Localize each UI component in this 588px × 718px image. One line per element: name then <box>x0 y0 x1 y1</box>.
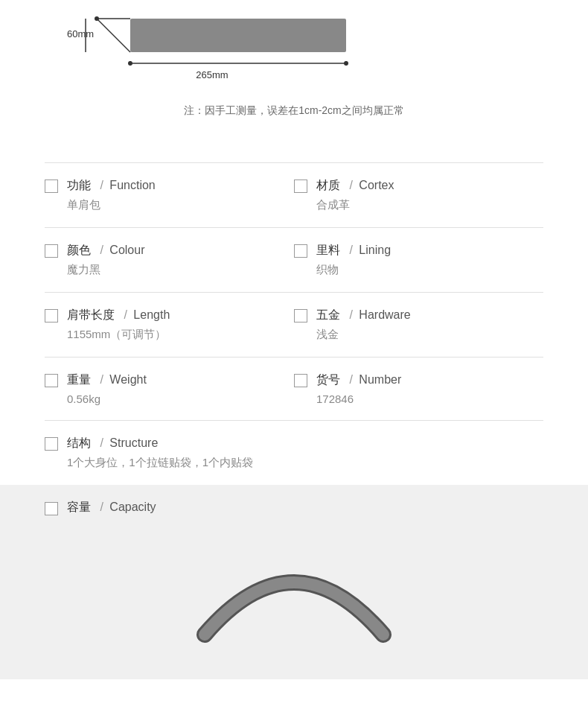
dimension-svg: 60mm 265mm <box>45 15 543 89</box>
spec-lining-content: 里料 / Lining 织物 <box>316 243 391 277</box>
spec-lining-label: 里料 / Lining <box>316 243 391 258</box>
checkbox-length[interactable] <box>45 309 58 323</box>
measurement-note: 注：因手工测量，误差在1cm-2cm之间均属正常 <box>45 104 543 118</box>
spec-number-content: 货号 / Number 172846 <box>316 372 401 405</box>
spec-hardware-label: 五金 / Hardware <box>316 308 411 323</box>
spec-lining-value: 织物 <box>316 263 391 277</box>
bag-illustration <box>145 530 443 649</box>
spec-function-label: 功能 / Function <box>67 178 156 194</box>
specs-grid: 功能 / Function 单肩包 材质 / Cortex 合成革 <box>0 162 588 485</box>
spec-lining: 里料 / Lining 织物 <box>294 243 543 277</box>
spec-weight-value: 0.56kg <box>67 393 147 405</box>
spec-weight-label: 重量 / Weight <box>67 372 147 388</box>
checkbox-colour[interactable] <box>45 244 58 258</box>
spec-row-3: 肩带长度 / Length 1155mm（可调节） 五金 / Hardware … <box>45 292 543 357</box>
spec-length: 肩带长度 / Length 1155mm（可调节） <box>45 308 294 342</box>
svg-text:60mm: 60mm <box>67 28 94 39</box>
svg-line-3 <box>97 19 130 52</box>
spec-row-2: 颜色 / Colour 魔力黑 里料 / Lining 织物 <box>45 227 543 292</box>
checkbox-cortex[interactable] <box>294 180 307 193</box>
checkbox-weight[interactable] <box>45 374 58 387</box>
spec-colour-label: 颜色 / Colour <box>67 243 145 258</box>
spec-structure-content: 结构 / Structure 1个大身位，1个拉链贴袋，1个内贴袋 <box>67 436 543 470</box>
spec-row-1: 功能 / Function 单肩包 材质 / Cortex 合成革 <box>45 162 543 227</box>
spec-colour-value: 魔力黑 <box>67 263 145 277</box>
spec-row-4: 重量 / Weight 0.56kg 货号 / Number 172846 <box>45 357 543 420</box>
checkbox-function[interactable] <box>45 180 58 193</box>
spec-hardware: 五金 / Hardware 浅金 <box>294 308 543 342</box>
dimension-diagram: 60mm 265mm <box>45 15 543 89</box>
svg-text:265mm: 265mm <box>196 69 228 80</box>
capacity-header: 容量 / Capacity <box>45 500 543 515</box>
checkbox-number[interactable] <box>294 374 307 387</box>
spec-cortex-value: 合成革 <box>316 198 394 212</box>
spec-function-value: 单肩包 <box>67 198 156 212</box>
spec-number: 货号 / Number 172846 <box>294 372 543 405</box>
spec-function-content: 功能 / Function 单肩包 <box>67 178 156 212</box>
spec-colour-content: 颜色 / Colour 魔力黑 <box>67 243 145 277</box>
spec-number-label: 货号 / Number <box>316 372 401 388</box>
spec-cortex-label: 材质 / Cortex <box>316 178 394 194</box>
spec-cortex: 材质 / Cortex 合成革 <box>294 178 543 212</box>
capacity-section: 容量 / Capacity <box>0 485 588 679</box>
spec-length-label: 肩带长度 / Length <box>67 308 170 323</box>
checkbox-hardware[interactable] <box>294 309 307 323</box>
capacity-label: 容量 / Capacity <box>67 500 156 515</box>
spec-structure-value: 1个大身位，1个拉链贴袋，1个内贴袋 <box>67 456 543 470</box>
spec-length-content: 肩带长度 / Length 1155mm（可调节） <box>67 308 170 342</box>
spec-cortex-content: 材质 / Cortex 合成革 <box>316 178 394 212</box>
svg-rect-1 <box>130 19 346 52</box>
spec-hardware-content: 五金 / Hardware 浅金 <box>316 308 411 342</box>
spec-weight: 重量 / Weight 0.56kg <box>45 372 294 405</box>
spec-number-value: 172846 <box>316 393 401 405</box>
spec-weight-content: 重量 / Weight 0.56kg <box>67 372 147 405</box>
capacity-image <box>45 530 543 649</box>
spec-row-structure: 结构 / Structure 1个大身位，1个拉链贴袋，1个内贴袋 <box>45 420 543 485</box>
checkbox-structure[interactable] <box>45 437 58 451</box>
spec-structure-label: 结构 / Structure <box>67 436 543 451</box>
spec-function: 功能 / Function 单肩包 <box>45 178 294 212</box>
spec-colour: 颜色 / Colour 魔力黑 <box>45 243 294 277</box>
dimension-diagram-section: 60mm 265mm 注：因手工测量，误差在1cm-2cm之间均属正常 <box>0 0 588 162</box>
checkbox-lining[interactable] <box>294 244 307 258</box>
spec-hardware-value: 浅金 <box>316 328 411 342</box>
checkbox-capacity[interactable] <box>45 502 58 515</box>
spec-length-value: 1155mm（可调节） <box>67 328 170 342</box>
